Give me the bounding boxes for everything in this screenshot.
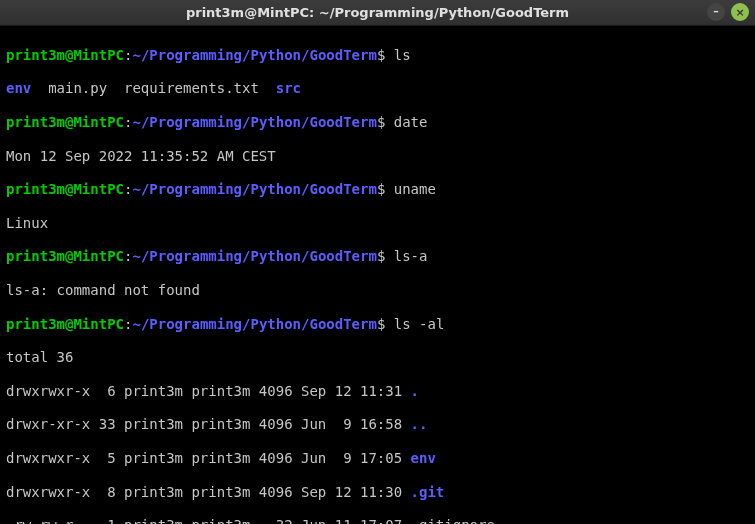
window-controls: – × bbox=[707, 3, 749, 21]
ls-row: drwxrwxr-x 6 print3m print3m 4096 Sep 12… bbox=[6, 383, 411, 399]
uname-output: Linux bbox=[6, 215, 48, 231]
dir-name: . bbox=[411, 383, 419, 399]
ls-row: drwxr-xr-x 33 print3m print3m 4096 Jun 9… bbox=[6, 416, 411, 432]
command-text: ls -al bbox=[394, 316, 445, 332]
prompt-path: ~/Programming/Python/GoodTerm bbox=[132, 114, 376, 130]
prompt-path: ~/Programming/Python/GoodTerm bbox=[132, 316, 376, 332]
prompt-path: ~/Programming/Python/GoodTerm bbox=[132, 47, 376, 63]
ls-row: -rw-rw-r-- 1 print3m print3m 32 Jun 11 1… bbox=[6, 517, 495, 524]
window-title: print3m@MintPC: ~/Programming/Python/Goo… bbox=[186, 5, 569, 20]
dir-name: .. bbox=[411, 416, 428, 432]
prompt-user: print3m@MintPC bbox=[6, 114, 124, 130]
dir-name: env bbox=[411, 450, 436, 466]
command-text: uname bbox=[394, 181, 436, 197]
prompt-user: print3m@MintPC bbox=[6, 248, 124, 264]
command-text: ls-a bbox=[394, 248, 428, 264]
dir-name: .git bbox=[411, 484, 445, 500]
titlebar: print3m@MintPC: ~/Programming/Python/Goo… bbox=[0, 0, 755, 26]
close-button[interactable]: × bbox=[731, 3, 749, 21]
ls-row: drwxrwxr-x 8 print3m print3m 4096 Sep 12… bbox=[6, 484, 411, 500]
date-output: Mon 12 Sep 2022 11:35:52 AM CEST bbox=[6, 148, 276, 164]
ls-row: drwxrwxr-x 5 print3m print3m 4096 Jun 9 … bbox=[6, 450, 411, 466]
terminal-area[interactable]: print3m@MintPC:~/Programming/Python/Good… bbox=[0, 26, 755, 524]
ls-output-dir: src bbox=[276, 80, 301, 96]
prompt-user: print3m@MintPC bbox=[6, 181, 124, 197]
prompt-path: ~/Programming/Python/GoodTerm bbox=[132, 181, 376, 197]
ls-total: total 36 bbox=[6, 349, 73, 365]
ls-output-dir: env bbox=[6, 80, 31, 96]
prompt-user: print3m@MintPC bbox=[6, 316, 124, 332]
command-text: date bbox=[394, 114, 428, 130]
ls-output-files: main.py requirements.txt bbox=[31, 80, 275, 96]
error-output: ls-a: command not found bbox=[6, 282, 200, 298]
prompt-path: ~/Programming/Python/GoodTerm bbox=[132, 248, 376, 264]
command-text: ls bbox=[394, 47, 411, 63]
prompt-user: print3m@MintPC bbox=[6, 47, 124, 63]
minimize-button[interactable]: – bbox=[707, 3, 725, 21]
